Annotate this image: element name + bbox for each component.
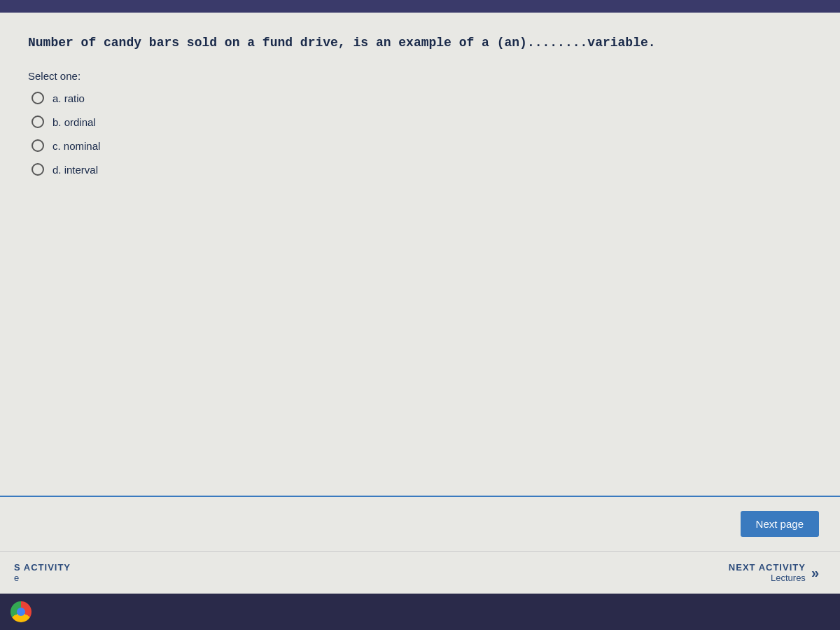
option-b[interactable]: b. ordinal (31, 115, 812, 128)
radio-b[interactable] (31, 115, 44, 128)
question-text: Number of candy bars sold on a fund driv… (28, 34, 812, 52)
options-list: a. ratio b. ordinal c. nominal d. interv… (31, 92, 812, 176)
option-c-label: c. nominal (52, 140, 100, 152)
option-b-label: b. ordinal (52, 116, 96, 128)
option-c[interactable]: c. nominal (31, 139, 812, 152)
chevron-right-icon: » (811, 565, 819, 581)
radio-a[interactable] (31, 92, 44, 104)
next-activity-name: Lectures (771, 573, 806, 583)
next-activity-container[interactable]: NEXT ACTIVITY Lectures » (729, 562, 819, 583)
next-activity-text: NEXT ACTIVITY Lectures (729, 562, 806, 583)
bottom-section: Next page (0, 497, 840, 551)
select-one-label: Select one: (28, 70, 812, 82)
radio-d[interactable] (31, 163, 44, 176)
next-activity-label: NEXT ACTIVITY (729, 562, 806, 573)
top-bar (0, 0, 840, 13)
option-d-label: d. interval (52, 164, 98, 176)
option-a[interactable]: a. ratio (31, 92, 812, 104)
taskbar (0, 594, 840, 630)
question-section: Number of candy bars sold on a fund driv… (0, 13, 840, 496)
chrome-icon[interactable] (10, 601, 31, 622)
radio-c[interactable] (31, 139, 44, 152)
prev-activity: S ACTIVITY e (14, 562, 71, 583)
next-page-button[interactable]: Next page (741, 511, 819, 537)
option-d[interactable]: d. interval (31, 163, 812, 176)
navigation-bar: S ACTIVITY e NEXT ACTIVITY Lectures » (0, 551, 840, 594)
main-content: Number of candy bars sold on a fund driv… (0, 13, 840, 594)
prev-activity-name: e (14, 573, 71, 583)
option-a-label: a. ratio (52, 92, 85, 104)
prev-activity-label: S ACTIVITY (14, 562, 71, 573)
